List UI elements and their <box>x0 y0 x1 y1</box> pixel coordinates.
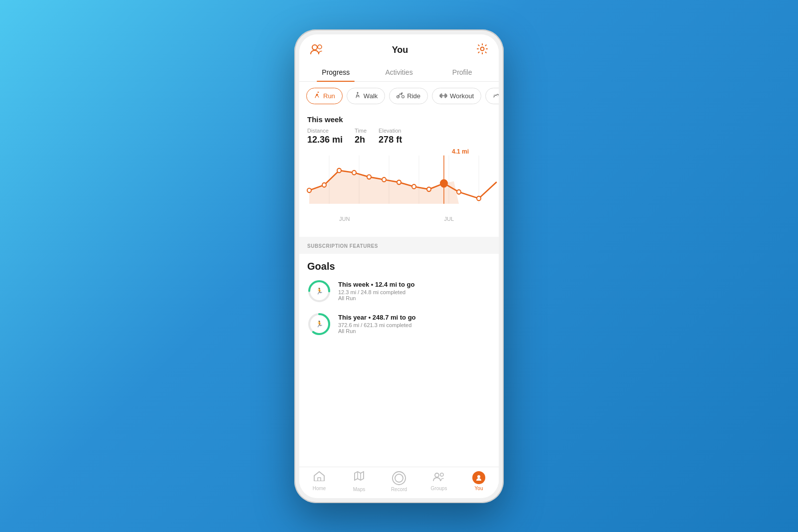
tabs-bar: Progress Activities Profile <box>299 62 499 82</box>
stat-distance: Distance 12.36 mi <box>307 128 343 145</box>
nav-maps[interactable]: Maps <box>339 471 379 492</box>
phone-frame: You Progress Activities Profile <box>294 29 504 503</box>
svg-point-44 <box>477 475 480 478</box>
filter-walk[interactable]: Walk <box>347 88 385 104</box>
svg-point-26 <box>427 187 431 191</box>
svg-rect-9 <box>441 94 442 98</box>
filter-workout[interactable]: Workout <box>432 88 481 104</box>
nav-groups-label: Groups <box>431 486 447 491</box>
svg-text:🏃: 🏃 <box>316 287 323 295</box>
distance-label: Distance <box>307 128 343 134</box>
goal-weekly-title: This week • 12.4 mi to go <box>338 281 414 288</box>
filter-run[interactable]: Run <box>306 88 343 104</box>
svg-point-20 <box>337 168 341 173</box>
goal-info-weekly: This week • 12.4 mi to go 12.3 mi / 24.8… <box>338 281 414 301</box>
nav-home-label: Home <box>313 486 326 491</box>
stat-elevation: Elevation 278 ft <box>379 128 402 145</box>
svg-point-22 <box>367 175 371 179</box>
activity-filters: Run Walk <box>299 82 499 110</box>
chart-tooltip: 4.1 mi <box>452 148 469 155</box>
svg-point-28 <box>440 179 447 187</box>
elevation-value: 278 ft <box>379 135 402 145</box>
goals-title: Goals <box>307 261 491 272</box>
record-icon <box>392 471 406 485</box>
tab-activities[interactable]: Activities <box>368 62 431 81</box>
maps-icon <box>354 471 364 485</box>
stats-row: Distance 12.36 mi Time 2h Elevation 278 … <box>307 128 491 145</box>
friends-icon[interactable] <box>310 43 323 57</box>
you-icon <box>472 471 485 484</box>
goal-circle-yearly: 🏃 <box>307 312 331 336</box>
run-icon <box>314 92 321 100</box>
svg-point-40 <box>393 472 405 485</box>
subscription-section: SUBSCRIPTION FEATURES <box>299 237 499 254</box>
nav-home[interactable]: Home <box>299 471 339 492</box>
elevation-label: Elevation <box>379 128 402 134</box>
time-label: Time <box>355 128 367 134</box>
tab-profile[interactable]: Profile <box>430 62 494 81</box>
svg-point-0 <box>312 45 317 50</box>
subscription-label: SUBSCRIPTION FEATURES <box>307 243 378 249</box>
svg-point-19 <box>322 182 326 187</box>
svg-point-2 <box>480 47 484 50</box>
filter-workout-label: Workout <box>450 92 474 100</box>
chart-container: 4.1 mi <box>299 147 499 237</box>
nav-record-label: Record <box>391 487 407 492</box>
nav-you-label: You <box>475 486 483 491</box>
filter-walk-label: Walk <box>364 92 378 100</box>
phone-screen: You Progress Activities Profile <box>299 34 499 498</box>
goal-circle-weekly: 🏃 <box>307 279 331 303</box>
walk-icon <box>354 92 361 100</box>
stat-time: Time 2h <box>355 128 367 145</box>
groups-icon <box>433 471 445 484</box>
goal-yearly-title: This year • 248.7 mi to go <box>338 314 416 321</box>
filter-ride-label: Ride <box>407 92 420 100</box>
svg-point-24 <box>397 180 401 184</box>
home-icon <box>314 471 325 484</box>
goal-weekly-type: All Run <box>338 295 414 301</box>
workout-icon <box>439 92 447 100</box>
time-value: 2h <box>355 135 367 145</box>
activity-chart[interactable] <box>299 150 499 220</box>
settings-icon[interactable] <box>477 43 488 57</box>
goal-info-yearly: This year • 248.7 mi to go 372.6 mi / 62… <box>338 314 416 334</box>
goal-yearly-type: All Run <box>338 328 416 334</box>
filter-more[interactable] <box>485 88 499 104</box>
svg-text:🏃: 🏃 <box>316 320 323 328</box>
svg-point-3 <box>357 92 358 93</box>
header: You <box>299 34 499 62</box>
svg-point-30 <box>477 196 481 200</box>
svg-point-23 <box>382 177 386 181</box>
svg-point-29 <box>457 189 461 194</box>
svg-point-18 <box>307 188 311 192</box>
svg-point-6 <box>401 93 402 94</box>
svg-point-42 <box>435 473 439 477</box>
nav-maps-label: Maps <box>353 487 365 492</box>
page-title: You <box>392 45 408 55</box>
tab-progress[interactable]: Progress <box>304 62 368 81</box>
svg-point-25 <box>412 184 416 188</box>
svg-point-1 <box>318 45 322 49</box>
nav-you[interactable]: You <box>459 471 499 492</box>
filter-run-label: Run <box>323 92 335 100</box>
svg-point-41 <box>395 474 403 482</box>
ride-icon <box>397 92 404 100</box>
distance-value: 12.36 mi <box>307 135 343 145</box>
svg-point-21 <box>352 170 356 175</box>
goal-item-yearly[interactable]: 🏃 This year • 248.7 mi to go 372.6 mi / … <box>307 312 491 336</box>
stats-section: This week Distance 12.36 mi Time 2h Elev… <box>299 110 499 147</box>
svg-rect-10 <box>445 94 446 98</box>
filter-ride[interactable]: Ride <box>389 88 428 104</box>
more-icon <box>493 92 499 100</box>
goal-item-weekly[interactable]: 🏃 This week • 12.4 mi to go 12.3 mi / 24… <box>307 279 491 303</box>
goal-yearly-sub: 372.6 mi / 621.3 mi completed <box>338 322 416 328</box>
goals-section: Goals 🏃 This week • 12.4 mi to go 12.3 m… <box>299 254 499 467</box>
chart-label-jul: JUL <box>444 216 454 222</box>
nav-groups[interactable]: Groups <box>419 471 459 492</box>
goal-weekly-sub: 12.3 mi / 24.8 mi completed <box>338 289 414 295</box>
this-week-label: This week <box>307 115 491 124</box>
svg-point-5 <box>402 96 404 98</box>
svg-rect-37 <box>318 478 321 481</box>
bottom-nav: Home Maps R <box>299 467 499 498</box>
nav-record[interactable]: Record <box>379 471 419 492</box>
